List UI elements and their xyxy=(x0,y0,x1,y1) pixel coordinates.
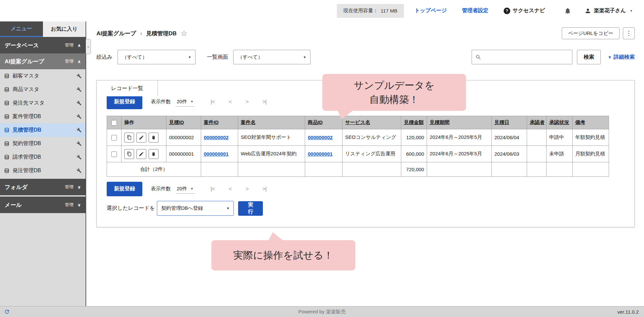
kebab-menu-button[interactable]: ⋮ xyxy=(623,27,635,39)
sidebar-item-billing-db[interactable]: 請求管理DB xyxy=(0,150,86,164)
caret-down-icon: ▼ xyxy=(191,100,194,103)
per-page-value: 20件 xyxy=(177,186,187,192)
topbar: 現在使用容量： 117 MB トップページ 管理者設定 ? サクセスナビ 楽楽花… xyxy=(0,0,644,21)
cell-note: 月額契約見積 xyxy=(573,146,609,162)
storage-usage-value: 117 MB xyxy=(381,8,398,14)
execute-button[interactable]: 実行 xyxy=(238,201,263,216)
cell-estimate-id: 000000001 xyxy=(166,146,201,162)
new-record-button[interactable]: 新規登録 xyxy=(107,182,142,196)
main-content: AI提案グループ › 見積管理DB ☆ ページURLをコピー ⋮ 絞込み （すべ… xyxy=(86,21,644,306)
cell-case-id-link[interactable]: 000000002 xyxy=(201,129,238,146)
sidebar-section-database[interactable]: データベース 管理 ∧ xyxy=(0,37,86,53)
next-page-button[interactable]: > xyxy=(245,99,248,105)
refresh-icon[interactable] xyxy=(4,309,10,315)
search-input[interactable] xyxy=(484,54,569,60)
first-page-button[interactable]: |< xyxy=(211,99,215,105)
sidebar-section-label: フォルダ xyxy=(5,183,28,191)
cell-status: 申請中 xyxy=(547,129,573,146)
sidebar-tab-favorites[interactable]: お気に入り xyxy=(43,21,86,37)
last-page-button[interactable]: >| xyxy=(262,186,267,192)
new-record-button[interactable]: 新規登録 xyxy=(107,95,142,109)
copy-page-url-button[interactable]: ページURLをコピー xyxy=(562,27,620,39)
delete-record-button[interactable] xyxy=(149,149,159,159)
wrench-icon[interactable] xyxy=(77,141,82,146)
wrench-icon[interactable] xyxy=(77,128,82,133)
last-page-button[interactable]: >| xyxy=(262,99,267,105)
manage-badge[interactable]: 管理 xyxy=(65,184,73,190)
favorite-star-icon[interactable]: ☆ xyxy=(181,29,188,38)
manage-badge[interactable]: 管理 xyxy=(65,202,73,208)
bulk-action-select[interactable]: 契約管理DBへ登録 ▼ xyxy=(157,201,234,216)
admin-settings-link[interactable]: 管理者設定 xyxy=(462,7,488,14)
first-page-button[interactable]: |< xyxy=(211,186,215,192)
prev-page-button[interactable]: < xyxy=(229,186,232,192)
table-row: 000000001 000000001 Web広告運用2024年契約 00000… xyxy=(107,146,609,162)
advanced-search-link[interactable]: ∨ 詳細検索 xyxy=(608,54,635,61)
view-filter-select[interactable]: （すべて） ▼ xyxy=(233,50,310,64)
col-period: 見積期間 xyxy=(427,116,492,129)
per-page-select[interactable]: 20件 ▼ xyxy=(176,97,195,107)
delete-record-button[interactable] xyxy=(149,133,159,143)
next-page-button[interactable]: > xyxy=(245,186,248,192)
cell-period: 2024年6月～2025年5月 xyxy=(427,146,492,162)
sidebar-section-label: データベース xyxy=(5,42,39,49)
tab-record-list[interactable]: レコード一覧 xyxy=(96,80,158,96)
sidebar-item-supplier-master[interactable]: 発注先マスタ xyxy=(0,96,86,110)
edit-record-button[interactable] xyxy=(136,149,146,159)
breadcrumb-parent[interactable]: AI提案グループ xyxy=(96,30,136,37)
wrench-icon[interactable] xyxy=(77,155,82,160)
trash-icon xyxy=(151,135,156,140)
prev-page-button[interactable]: < xyxy=(229,99,232,105)
cell-case-id-link[interactable]: 000000001 xyxy=(201,146,238,162)
sidebar-item-case-db[interactable]: 案件管理DB xyxy=(0,110,86,123)
user-menu[interactable]: 楽楽花子さん ▼ xyxy=(585,7,633,14)
success-navi-link[interactable]: ? サクセスナビ xyxy=(504,7,545,14)
sidebar-section-mail[interactable]: メール 管理 ∨ xyxy=(0,197,86,213)
search-button[interactable]: 検索 xyxy=(577,50,601,64)
wrench-icon[interactable] xyxy=(77,74,82,79)
sidebar-item-label: 案件管理DB xyxy=(13,113,41,120)
sidebar-item-contract-db[interactable]: 契約管理DB xyxy=(0,137,86,150)
wrench-icon[interactable] xyxy=(77,87,82,92)
main-layout: メニュー お気に入り データベース 管理 ∧ AI提案グループ 管理 ∧ 顧客マ… xyxy=(0,21,644,306)
advanced-search-label: 詳細検索 xyxy=(614,54,635,61)
top-page-link[interactable]: トップページ xyxy=(414,7,447,14)
caret-down-icon: ▼ xyxy=(191,187,194,190)
sidebar-collapse-button[interactable]: ‹ xyxy=(86,39,91,54)
breadcrumb-separator-icon: › xyxy=(140,30,142,37)
select-all-checkbox[interactable] xyxy=(111,120,117,126)
manage-badge[interactable]: 管理 xyxy=(65,58,73,64)
cell-product-id-link[interactable]: 000000002 xyxy=(305,129,342,146)
cell-approver xyxy=(527,129,547,146)
cell-product-id-link[interactable]: 000000001 xyxy=(305,146,342,162)
sidebar-tab-menu[interactable]: メニュー xyxy=(0,21,43,37)
wrench-icon[interactable] xyxy=(77,114,82,119)
edit-record-button[interactable] xyxy=(136,133,146,143)
sidebar: メニュー お気に入り データベース 管理 ∧ AI提案グループ 管理 ∧ 顧客マ… xyxy=(0,21,86,306)
table-total-row: 合計（2件） 720,000 xyxy=(107,162,609,177)
wrench-icon[interactable] xyxy=(77,168,82,173)
sidebar-item-order-db[interactable]: 発注管理DB xyxy=(0,164,86,177)
row-checkbox[interactable] xyxy=(111,151,117,157)
sidebar-item-label: 契約管理DB xyxy=(13,140,41,147)
copy-record-button[interactable] xyxy=(124,133,134,143)
page-actions: ページURLをコピー ⋮ xyxy=(562,27,635,39)
per-page-select[interactable]: 20件 ▼ xyxy=(176,184,195,194)
powered-by-label: Powered by 楽楽販売 xyxy=(298,309,345,315)
callout-sample-data: サンプルデータを 自動構築！ xyxy=(322,74,466,111)
version-label: ver.11.0.2 xyxy=(617,309,639,315)
sidebar-section-label: メール xyxy=(5,201,22,209)
sidebar-section-ai-group[interactable]: AI提案グループ 管理 ∧ xyxy=(0,53,86,69)
row-checkbox[interactable] xyxy=(111,135,117,141)
sidebar-item-product-master[interactable]: 商品マスタ xyxy=(0,83,86,96)
manage-badge[interactable]: 管理 xyxy=(65,42,73,48)
list-controls-bottom: 新規登録 表示件数 20件 ▼ |< < > >| xyxy=(107,181,625,196)
wrench-icon[interactable] xyxy=(77,101,82,106)
sidebar-section-folder[interactable]: フォルダ 管理 ∨ xyxy=(0,179,86,195)
sidebar-item-customer-master[interactable]: 顧客マスタ xyxy=(0,69,86,83)
narrow-filter-select[interactable]: （すべて） ▼ xyxy=(118,50,196,64)
cell-date: 2024/06/03 xyxy=(492,146,527,162)
copy-record-button[interactable] xyxy=(124,149,134,159)
notification-bell-icon[interactable] xyxy=(564,7,571,15)
sidebar-item-estimate-db[interactable]: 見積管理DB xyxy=(0,123,86,137)
